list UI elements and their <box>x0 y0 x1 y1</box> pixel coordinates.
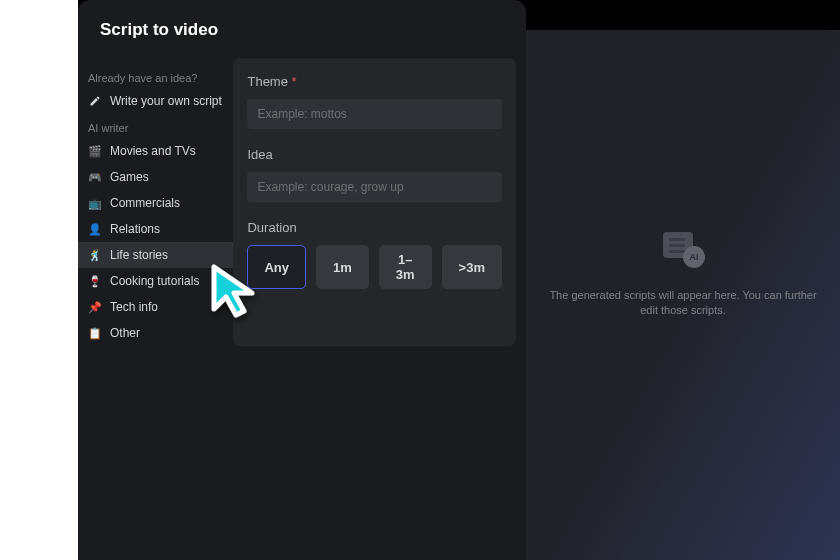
duration-btn-1-3m[interactable]: 1–3m <box>379 245 432 289</box>
sidebar-item-tech[interactable]: 📌 Tech info <box>78 294 233 320</box>
sidebar-item-label: Write your own script <box>110 94 222 108</box>
sidebar-item-label: Relations <box>110 222 160 236</box>
games-icon: 🎮 <box>88 170 102 184</box>
relations-icon: 👤 <box>88 222 102 236</box>
page-title: Script to video <box>78 0 526 54</box>
idea-label: Idea <box>247 147 502 162</box>
sidebar-item-label: Commercials <box>110 196 180 210</box>
main-panel: Script to video Already have an idea? Wr… <box>78 0 526 560</box>
white-margin <box>0 0 78 560</box>
sidebar-item-life-stories[interactable]: 🕺 Life stories <box>78 242 233 268</box>
sidebar-item-games[interactable]: 🎮 Games <box>78 164 233 190</box>
sidebar-item-label: Movies and TVs <box>110 144 196 158</box>
preview-panel: AI The generated scripts will appear her… <box>526 0 840 560</box>
preview-placeholder: AI The generated scripts will appear her… <box>526 232 840 319</box>
other-icon: 📋 <box>88 326 102 340</box>
sidebar-item-write-own[interactable]: Write your own script <box>78 88 233 114</box>
ai-script-icon: AI <box>661 232 705 268</box>
sidebar-item-label: Games <box>110 170 149 184</box>
duration-btn-any[interactable]: Any <box>247 245 306 289</box>
duration-btn-gt3m[interactable]: >3m <box>442 245 502 289</box>
sidebar-item-label: Other <box>110 326 140 340</box>
sidebar-item-label: Life stories <box>110 248 168 262</box>
sidebar-item-movies[interactable]: 🎬 Movies and TVs <box>78 138 233 164</box>
theme-input[interactable] <box>247 99 502 129</box>
idea-input[interactable] <box>247 172 502 202</box>
life-icon: 🕺 <box>88 248 102 262</box>
sidebar-section-label-ai: AI writer <box>78 114 233 138</box>
commercials-icon: 📺 <box>88 196 102 210</box>
sidebar-item-commercials[interactable]: 📺 Commercials <box>78 190 233 216</box>
sidebar-item-other[interactable]: 📋 Other <box>78 320 233 346</box>
content-wrap: Already have an idea? Write your own scr… <box>78 54 526 356</box>
sidebar-item-relations[interactable]: 👤 Relations <box>78 216 233 242</box>
pencil-icon <box>88 94 102 108</box>
sidebar: Already have an idea? Write your own scr… <box>78 54 233 356</box>
sidebar-item-cooking[interactable]: 🍷 Cooking tutorials <box>78 268 233 294</box>
tech-icon: 📌 <box>88 300 102 314</box>
duration-row: Any 1m 1–3m >3m <box>247 245 502 289</box>
duration-label: Duration <box>247 220 502 235</box>
preview-placeholder-text: The generated scripts will appear here. … <box>546 288 820 319</box>
cooking-icon: 🍷 <box>88 274 102 288</box>
theme-label: Theme * <box>247 74 502 89</box>
form-panel: Theme * Idea Duration Any 1m 1–3m >3m <box>233 58 516 346</box>
sidebar-item-label: Cooking tutorials <box>110 274 199 288</box>
sidebar-section-label: Already have an idea? <box>78 64 233 88</box>
sidebar-item-label: Tech info <box>110 300 158 314</box>
duration-btn-1m[interactable]: 1m <box>316 245 369 289</box>
movies-icon: 🎬 <box>88 144 102 158</box>
